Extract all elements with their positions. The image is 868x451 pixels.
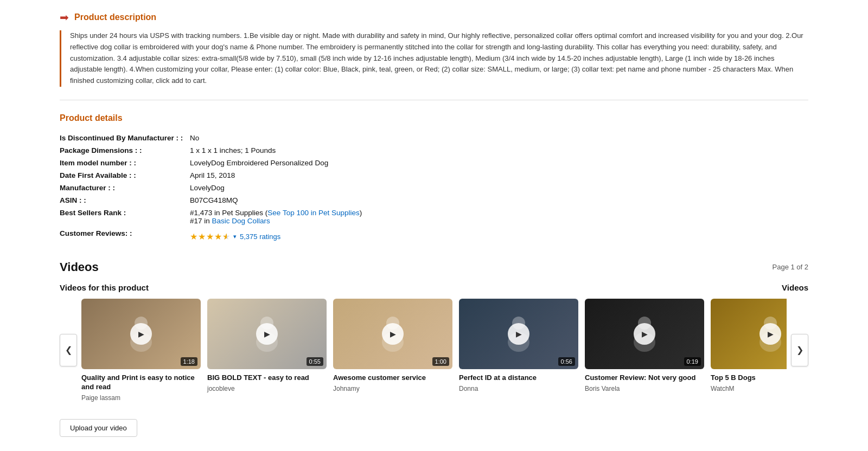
field-label: Date First Available :: [60, 169, 190, 182]
table-row: ASIN : B07CG418MQ: [60, 194, 808, 207]
video-author: jocobleve: [207, 385, 327, 392]
videos-subheader: Videos for this product Videos: [60, 283, 808, 292]
duration-badge: 0:56: [558, 357, 575, 366]
video-card[interactable]: ▶ 1:00 Awesome customer service Johnamy: [333, 299, 452, 402]
field-value: 1 x 1 x 1 inches; 1 Pounds: [190, 144, 808, 157]
product-description-header: ➡ Product description: [60, 11, 808, 24]
video-card[interactable]: ▶ 0:56 Perfect ID at a distance Donna: [459, 299, 578, 402]
video-title: Top 5 B Dogs: [711, 373, 787, 383]
videos-section: Videos Page 1 of 2 Videos for this produ…: [60, 260, 808, 437]
video-card[interactable]: ▶ 0:19 Customer Review: Not very good Bo…: [585, 299, 704, 402]
video-thumbnail: ▶ 0:56: [459, 299, 578, 369]
best-sellers-main: #1,473 in Pet Supplies (: [190, 209, 267, 217]
field-label: ASIN :: [60, 194, 190, 207]
video-thumbnail: ▶ 1:00: [333, 299, 452, 369]
video-author: WatchM: [711, 385, 787, 392]
duration-badge: 0:19: [684, 357, 701, 366]
duration-badge: 0:55: [307, 357, 323, 366]
rating-dropdown[interactable]: ▾: [233, 233, 237, 240]
video-card[interactable]: ▶ 0:55 BIG BOLD TEXT - easy to read joco…: [207, 299, 327, 402]
field-value: LovelyDog: [190, 182, 808, 194]
video-title: BIG BOLD TEXT - easy to read: [207, 373, 327, 383]
product-details-title: Product details: [60, 113, 808, 123]
product-details-section: Product details Is Discontinued By Manuf…: [60, 113, 808, 244]
best-sellers-value: #1,473 in Pet Supplies (See Top 100 in P…: [190, 207, 808, 227]
details-table: Is Discontinued By Manufacturer : No Pac…: [60, 132, 808, 207]
field-label: Item model number :: [60, 157, 190, 169]
video-thumbnail: ▶ 1:18: [81, 299, 201, 369]
play-button[interactable]: ▶: [508, 323, 529, 345]
video-thumbnail: ▶ 0:19: [585, 299, 704, 369]
field-value: No: [190, 132, 808, 144]
star-full: ★: [190, 231, 197, 242]
table-row: Is Discontinued By Manufacturer : No: [60, 132, 808, 144]
star-full: ★: [206, 231, 214, 242]
table-row: Manufacturer : LovelyDog: [60, 182, 808, 194]
best-sellers-table: Best Sellers Rank #1,473 in Pet Supplies…: [60, 207, 808, 244]
video-author: Donna: [459, 385, 578, 392]
play-button[interactable]: ▶: [634, 323, 655, 345]
star-rating: ★★★★★★: [190, 231, 230, 242]
basic-dog-collars-link[interactable]: Basic Dog Collars: [212, 217, 270, 225]
section-divider: [60, 100, 808, 100]
rank-sub-prefix: #17 in: [190, 217, 212, 225]
field-value: LovelyDog Embroidered Personalized Dog: [190, 157, 808, 169]
customer-reviews-value: ★★★★★★ ▾ 5,375 ratings: [190, 227, 808, 244]
customer-reviews-label: Customer Reviews:: [60, 227, 190, 244]
duration-badge: 1:00: [432, 357, 449, 366]
video-thumbnail: ▶: [711, 299, 787, 369]
table-row: Date First Available : April 15, 2018: [60, 169, 808, 182]
pet-supplies-link[interactable]: See Top 100 in Pet Supplies: [267, 209, 359, 217]
video-author: Johnamy: [333, 385, 452, 392]
best-sellers-label: Best Sellers Rank: [60, 207, 190, 227]
videos-right-label: Videos: [782, 283, 808, 292]
field-label: Package Dimensions :: [60, 144, 190, 157]
ratings-count-link[interactable]: 5,375 ratings: [240, 233, 280, 241]
stars-row: ★★★★★★ ▾ 5,375 ratings: [190, 231, 808, 242]
prev-carousel-btn[interactable]: ❮: [60, 334, 77, 366]
customer-reviews-row: Customer Reviews: ★★★★★★ ▾ 5,375 ratings: [60, 227, 808, 244]
duration-badge: 1:18: [181, 357, 197, 366]
field-value: April 15, 2018: [190, 169, 808, 182]
videos-carousel-wrapper: ❮ ▶ 1:18 Quality and Print is easy to no…: [60, 299, 808, 402]
play-button[interactable]: ▶: [130, 323, 152, 345]
videos-section-title: Videos: [60, 260, 99, 274]
videos-header: Videos Page 1 of 2: [60, 260, 808, 274]
videos-row: ▶ 1:18 Quality and Print is easy to noti…: [81, 299, 787, 402]
videos-for-product-label: Videos for this product: [60, 283, 149, 292]
product-description-title: Product description: [74, 12, 156, 22]
video-title: Awesome customer service: [333, 373, 452, 383]
best-sellers-row: Best Sellers Rank #1,473 in Pet Supplies…: [60, 207, 808, 227]
next-carousel-btn[interactable]: ❯: [791, 334, 808, 366]
description-text: Ships under 24 hours via USPS with track…: [70, 30, 808, 87]
play-button[interactable]: ▶: [256, 323, 278, 345]
video-title: Customer Review: Not very good: [585, 373, 704, 383]
video-title: Quality and Print is easy to notice and …: [81, 373, 201, 392]
best-sellers-end: ): [360, 209, 362, 217]
description-block: Ships under 24 hours via USPS with track…: [60, 30, 808, 87]
play-button[interactable]: ▶: [382, 323, 404, 345]
video-title: Perfect ID at a distance: [459, 373, 578, 383]
upload-video-button[interactable]: Upload your video: [60, 419, 137, 437]
table-row: Item model number : LovelyDog Embroidere…: [60, 157, 808, 169]
video-card[interactable]: ▶ Top 5 B Dogs WatchM: [711, 299, 787, 402]
page-indicator: Page 1 of 2: [773, 263, 809, 271]
star-full: ★: [198, 231, 206, 242]
field-label: Is Discontinued By Manufacturer :: [60, 132, 190, 144]
video-author: Paige lassam: [81, 394, 201, 402]
star-half: ★★: [222, 231, 230, 242]
play-button[interactable]: ▶: [760, 323, 781, 345]
field-value: B07CG418MQ: [190, 194, 808, 207]
arrow-icon: ➡: [60, 11, 69, 24]
field-label: Manufacturer :: [60, 182, 190, 194]
star-full: ★: [214, 231, 222, 242]
video-card[interactable]: ▶ 1:18 Quality and Print is easy to noti…: [81, 299, 201, 402]
table-row: Package Dimensions : 1 x 1 x 1 inches; 1…: [60, 144, 808, 157]
video-author: Boris Varela: [585, 385, 704, 392]
video-thumbnail: ▶ 0:55: [207, 299, 327, 369]
